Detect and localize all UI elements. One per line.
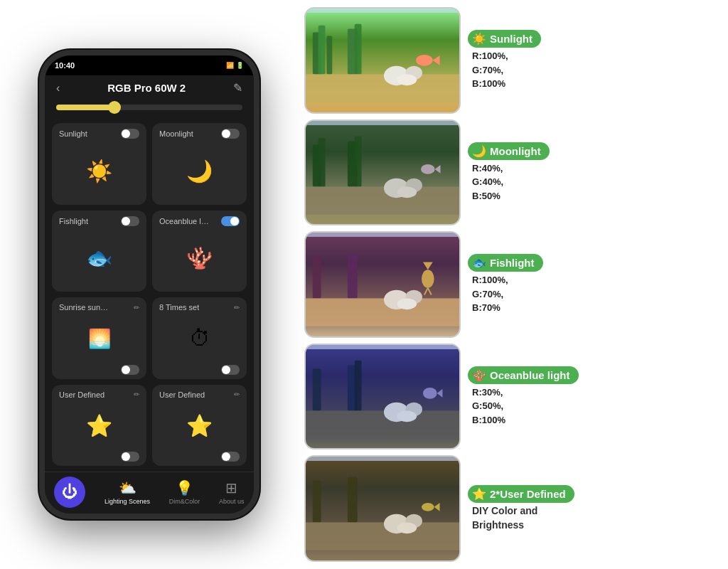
oceanblue-rgb: R:30%,G:50%,B:100% <box>468 385 719 427</box>
scene-card-oceanblue[interactable]: Oceanblue l… 🪸 <box>152 211 247 292</box>
bottom-nav: ⏻ ⛅ Lighting Scenes 💡 Dim&Color ⊞ About … <box>45 472 254 514</box>
svg-point-26 <box>397 299 417 310</box>
scene-bottom-8times <box>159 365 240 375</box>
svg-rect-12 <box>318 137 326 186</box>
nav-about-us[interactable]: ⊞ About us <box>219 479 245 505</box>
scene-card-sunrise[interactable]: Sunrise sun… ✏ 🌅 <box>52 297 146 379</box>
scene-card-fishlight[interactable]: Fishlight 🐟 <box>52 211 146 292</box>
app-title: RGB Pro 60W 2 <box>107 82 186 94</box>
edit-icon-8times[interactable]: ✏ <box>234 304 240 312</box>
svg-line-29 <box>424 288 428 295</box>
scene-card-header: Sunrise sun… ✏ <box>59 303 139 312</box>
scene-card-sunlight[interactable]: Sunlight ☀️ <box>52 123 146 205</box>
svg-rect-22 <box>348 253 358 299</box>
scene-info-oceanblue: 🪸 Oceanblue light R:30%,G:50%,B:100% <box>468 344 719 450</box>
scene-info-fishlight: 🐟 Fishlight R:100%,G:70%,B:70% <box>468 231 719 338</box>
scene-badge-oceanblue: 🪸 Oceanblue light <box>468 366 579 384</box>
svg-point-18 <box>397 186 417 198</box>
svg-marker-10 <box>433 55 440 65</box>
svg-rect-5 <box>306 74 459 102</box>
aquarium-scene-fishlight <box>306 233 459 336</box>
fishlight-rgb: R:100%,G:70%,B:70% <box>468 273 719 315</box>
app-header: ‹ RGB Pro 60W 2 ✎ <box>45 75 254 100</box>
svg-point-38 <box>423 388 437 399</box>
svg-rect-34 <box>306 410 459 438</box>
svg-point-37 <box>397 410 417 422</box>
scene-card-user2[interactable]: User Defined ✏ ⭐ <box>152 385 247 467</box>
svg-point-27 <box>422 270 434 288</box>
toggle-moonlight[interactable] <box>221 129 240 139</box>
nav-dim-color[interactable]: 💡 Dim&Color <box>169 479 200 505</box>
svg-rect-40 <box>313 481 321 523</box>
scene-card-header: Fishlight <box>59 216 139 226</box>
svg-rect-14 <box>355 136 362 186</box>
edit-button[interactable]: ✎ <box>233 81 242 95</box>
scene-card-user1[interactable]: User Defined ✏ ⭐ <box>52 385 146 467</box>
fishlight-badge-icon: 🐟 <box>472 256 486 270</box>
scene-badge-moonlight: 🌙 Moonlight <box>468 142 550 160</box>
aquarium-moonlight <box>304 119 461 226</box>
status-icons: 📶 🔋 <box>226 62 244 69</box>
edit-icon-user2[interactable]: ✏ <box>234 390 240 398</box>
scene-icon-sunrise: 🌅 <box>59 314 139 363</box>
toggle-oceanblue[interactable] <box>221 216 240 226</box>
aquarium-userdefined <box>304 455 461 562</box>
slider-thumb[interactable] <box>108 101 121 114</box>
moonlight-rgb: R:40%,G:40%,B:50% <box>468 161 719 203</box>
aquarium-oceanblue <box>304 344 461 450</box>
status-bar: 10:40 📶 🔋 <box>45 55 254 75</box>
svg-rect-41 <box>348 477 358 523</box>
back-button[interactable]: ‹ <box>56 82 60 95</box>
toggle-user2[interactable] <box>221 452 240 462</box>
scene-icon-moonlight: 🌙 <box>159 142 240 201</box>
svg-marker-28 <box>423 262 433 270</box>
scene-icon-sunlight: ☀️ <box>59 142 139 201</box>
svg-line-30 <box>428 288 432 295</box>
led-bar <box>306 233 459 237</box>
scene-icon-fishlight: 🐟 <box>59 229 139 288</box>
aquarium-column <box>304 7 461 562</box>
scenes-grid: Sunlight ☀️ Moonlight 🌙 Fishlight <box>45 117 254 472</box>
sunlight-badge-label: Sunlight <box>490 33 532 45</box>
toggle-fishlight[interactable] <box>121 216 139 226</box>
svg-rect-2 <box>326 36 332 74</box>
scene-card-header: User Defined ✏ <box>59 390 139 399</box>
scene-bottom-sunrise <box>59 365 139 375</box>
svg-point-9 <box>416 55 433 66</box>
dim-color-label: Dim&Color <box>169 498 200 505</box>
toggle-8times[interactable] <box>221 365 240 375</box>
edit-icon-sunrise[interactable]: ✏ <box>134 304 139 312</box>
userdefined-badge-icon: ⭐ <box>472 487 486 501</box>
signal-icon: 📶 <box>226 62 234 69</box>
toggle-user1[interactable] <box>121 452 139 462</box>
lighting-icon: ⛅ <box>119 479 136 496</box>
scene-card-header: Moonlight <box>159 129 240 139</box>
dim-color-icon: 💡 <box>176 479 193 496</box>
scene-label-oceanblue: Oceanblue l… <box>159 217 209 225</box>
sunlight-badge-icon: ☀️ <box>472 32 486 46</box>
svg-marker-47 <box>434 503 440 511</box>
scene-card-moonlight[interactable]: Moonlight 🌙 <box>152 123 247 205</box>
aquarium-fishlight <box>304 231 461 338</box>
nav-lighting-scenes[interactable]: ⛅ Lighting Scenes <box>105 479 150 505</box>
scene-label-user2: User Defined <box>159 390 205 399</box>
info-panel: ☀️ Sunlight R:100%,G:70%,B:100% 🌙 Moonli… <box>299 0 728 569</box>
slider-track[interactable] <box>56 105 242 110</box>
scene-info-userdefined: ⭐ 2*User Defined DIY Color andBrightness <box>468 455 719 562</box>
scene-info-sunlight: ☀️ Sunlight R:100%,G:70%,B:100% <box>468 7 719 114</box>
phone-mockup: 10:40 📶 🔋 ‹ RGB Pro 60W 2 ✎ Sunlight <box>39 50 259 519</box>
svg-rect-15 <box>306 186 459 214</box>
fishlight-badge-label: Fishlight <box>490 257 535 269</box>
scene-label-sunrise: Sunrise sun… <box>59 303 108 312</box>
svg-rect-4 <box>355 24 362 75</box>
scene-card-8times[interactable]: 8 Times set ✏ ⏱ <box>152 297 247 379</box>
power-button[interactable]: ⏻ <box>54 477 85 508</box>
lighting-label: Lighting Scenes <box>105 498 150 505</box>
scene-icon-8times: ⏱ <box>159 314 240 363</box>
toggle-sunlight[interactable] <box>121 129 139 139</box>
aquarium-scene-moonlight <box>306 121 459 225</box>
scene-icon-oceanblue: 🪸 <box>159 229 240 288</box>
edit-icon-user1[interactable]: ✏ <box>134 390 139 398</box>
slider-fill <box>56 105 112 110</box>
toggle-sunrise[interactable] <box>121 365 139 375</box>
